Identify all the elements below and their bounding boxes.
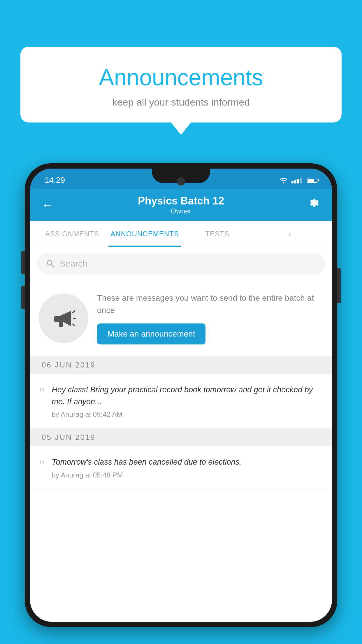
- speech-bubble-section: Announcements keep all your students inf…: [20, 47, 342, 123]
- header-title-group: Physics Batch 12 Owner: [138, 195, 224, 215]
- settings-button[interactable]: [309, 198, 320, 212]
- search-placeholder: Search: [60, 259, 87, 269]
- power-button: [337, 268, 341, 303]
- search-container: Search: [30, 247, 332, 280]
- announcement-content-2: Tomorrow's class has been cancelled due …: [52, 456, 323, 479]
- make-announcement-button[interactable]: Make an announcement: [97, 323, 205, 344]
- tab-more[interactable]: ›: [254, 221, 326, 247]
- app-header: ← Physics Batch 12 Owner: [30, 189, 332, 221]
- date-separator-1: 06 JUN 2019: [30, 356, 332, 374]
- announcement-meta-1: by Anurag at 09:42 AM: [52, 410, 323, 419]
- status-time: 14:29: [45, 176, 65, 185]
- date-separator-2: 05 JUN 2019: [30, 429, 332, 446]
- promo-icon-circle: [39, 293, 88, 343]
- svg-line-5: [73, 324, 75, 326]
- phone-frame: 14:29: [25, 163, 337, 627]
- header-subtitle: Owner: [138, 207, 224, 215]
- wifi-icon: [279, 177, 288, 183]
- tab-announcements[interactable]: ANNOUNCEMENTS: [108, 221, 181, 247]
- status-icons: [279, 177, 317, 183]
- bubble-subtitle: keep all your students informed: [44, 97, 318, 108]
- announcement-item-1[interactable]: " Hey class! Bring your practical record…: [30, 374, 332, 429]
- svg-line-3: [73, 311, 75, 313]
- announcement-text-1: Hey class! Bring your practical record b…: [52, 384, 323, 407]
- gear-icon: [309, 198, 320, 210]
- phone-camera: [177, 177, 185, 186]
- phone-notch: [152, 169, 210, 183]
- announcement-text-2: Tomorrow's class has been cancelled due …: [52, 456, 323, 468]
- battery-icon: [307, 178, 317, 183]
- search-box[interactable]: Search: [37, 253, 325, 275]
- quote-icon-1: ": [39, 386, 45, 400]
- announcement-item-2[interactable]: " Tomorrow's class has been cancelled du…: [30, 446, 332, 489]
- volume-down-button: [21, 286, 25, 309]
- bubble-title: Announcements: [44, 64, 318, 91]
- promo-text: These are messages you want to send to t…: [97, 292, 323, 316]
- speech-bubble: Announcements keep all your students inf…: [20, 47, 342, 123]
- tab-tests[interactable]: TESTS: [181, 221, 254, 247]
- header-title: Physics Batch 12: [138, 195, 224, 207]
- promo-content: These are messages you want to send to t…: [97, 292, 323, 344]
- announcement-promo: These are messages you want to send to t…: [30, 280, 332, 356]
- signal-icon: [291, 177, 302, 183]
- quote-icon-2: ": [39, 458, 45, 473]
- svg-line-2: [51, 265, 54, 267]
- announcement-meta-2: by Anurag at 05:48 PM: [52, 471, 323, 479]
- volume-up-button: [21, 251, 25, 274]
- search-icon: [46, 259, 55, 268]
- tab-assignments[interactable]: ASSIGNMENTS: [36, 221, 108, 247]
- back-button[interactable]: ←: [42, 199, 53, 212]
- announcement-content-1: Hey class! Bring your practical record b…: [52, 384, 323, 419]
- phone-screen: 14:29: [30, 169, 332, 622]
- megaphone-icon: [50, 305, 77, 331]
- phone-mockup: 14:29: [25, 163, 337, 644]
- tabs-bar: ASSIGNMENTS ANNOUNCEMENTS TESTS ›: [30, 221, 332, 247]
